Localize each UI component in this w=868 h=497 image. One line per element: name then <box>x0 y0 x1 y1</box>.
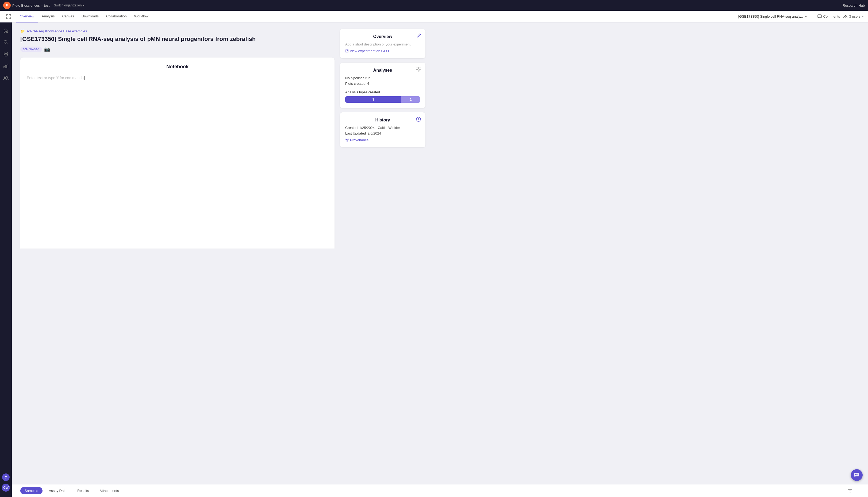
left-panel: 📁 scRNA-seq Knowledge Base examples [GSE… <box>20 29 334 248</box>
sidebar-search-icon[interactable] <box>1 38 11 47</box>
breadcrumb: 📁 scRNA-seq Knowledge Base examples <box>20 29 334 33</box>
overview-card: Overview Add a short description of your… <box>340 29 425 58</box>
tab-downloads[interactable]: Downloads <box>78 11 102 23</box>
org-name: Pluto Biosciences -- test <box>12 3 49 8</box>
notebook-title: Notebook <box>27 64 328 70</box>
right-panel: Overview Add a short description of your… <box>340 29 425 248</box>
updated-value: 9/6/2024 <box>367 131 381 136</box>
pluto-logo-icon: P <box>3 2 11 9</box>
notebook-placeholder: Enter text or type '/' for commands <box>27 76 84 80</box>
no-pipelines-text: No pipelines run <box>345 76 370 80</box>
updated-label: Last Updated <box>345 131 366 136</box>
grid-icon[interactable] <box>4 12 13 21</box>
overview-description: Add a short description of your experime… <box>345 42 420 46</box>
svg-rect-2 <box>6 14 8 16</box>
tab-analysis[interactable]: Analysis <box>38 11 58 23</box>
created-row: Created 1/25/2024 - Caitlin Winkler <box>345 126 420 130</box>
notebook-card: Notebook Enter text or type '/' for comm… <box>20 57 334 248</box>
svg-rect-16 <box>416 67 418 69</box>
sidebar-users-icon[interactable] <box>1 73 11 82</box>
svg-point-10 <box>4 52 8 54</box>
analysis-types-bar: 3 1 <box>345 96 420 103</box>
svg-point-21 <box>346 139 346 139</box>
breadcrumb-text[interactable]: scRNA-seq Knowledge Base examples <box>27 29 87 33</box>
sidebar-home-icon[interactable] <box>1 26 11 35</box>
created-label: Created <box>345 126 358 130</box>
sidebar-database-icon[interactable] <box>1 49 11 59</box>
bar-segment-2: 1 <box>401 96 420 103</box>
svg-rect-5 <box>9 17 11 19</box>
navbar: Overview Analysis Canvas Downloads Colla… <box>0 11 434 23</box>
tags-row: scRNA-seq 📷 <box>20 46 334 52</box>
sidebar-chart-icon[interactable] <box>1 61 11 71</box>
svg-point-15 <box>7 76 8 77</box>
svg-text:P: P <box>6 4 8 7</box>
svg-rect-13 <box>7 64 8 68</box>
history-card: History Created 1/25/2024 - Caitlin Wink… <box>340 112 425 147</box>
edit-icon[interactable] <box>416 33 421 38</box>
svg-point-14 <box>4 76 6 78</box>
svg-point-22 <box>348 139 349 139</box>
analysis-types-label: Analysis types created <box>345 90 420 94</box>
svg-rect-4 <box>6 17 8 19</box>
analyses-card-title: Analyses <box>345 68 420 73</box>
svg-rect-11 <box>4 66 5 68</box>
svg-rect-18 <box>416 70 418 72</box>
view-geo-link[interactable]: View experiment on GEO <box>345 49 420 53</box>
history-card-title: History <box>345 118 420 123</box>
svg-point-9 <box>4 40 7 43</box>
bar-segment-1: 3 <box>345 96 401 103</box>
analyses-divider <box>345 88 420 88</box>
scrna-seq-tag[interactable]: scRNA-seq <box>20 46 42 52</box>
plots-created-row: Plots created 4 <box>345 82 420 86</box>
overview-card-title: Overview <box>345 34 420 39</box>
svg-point-23 <box>347 141 348 142</box>
tab-workflow[interactable]: Workflow <box>130 11 152 23</box>
svg-rect-12 <box>5 65 6 68</box>
tab-overview[interactable]: Overview <box>16 11 38 23</box>
svg-rect-17 <box>419 67 421 69</box>
updated-row: Last Updated 9/6/2024 <box>345 131 420 136</box>
svg-rect-3 <box>9 14 11 16</box>
camera-icon[interactable]: 📷 <box>44 46 50 52</box>
chevron-down-icon: ▾ <box>83 3 85 7</box>
tab-canvas[interactable]: Canvas <box>59 11 78 23</box>
topbar: P Pluto Biosciences -- test Switch organ… <box>0 0 434 11</box>
no-pipelines-row: No pipelines run <box>345 76 420 80</box>
page-title: [GSE173350] Single cell RNA-seq analysis… <box>20 35 334 43</box>
tab-collaboration[interactable]: Collaboration <box>102 11 130 23</box>
switch-org-button[interactable]: Switch organization ▾ <box>54 3 84 7</box>
provenance-link[interactable]: Provenance <box>345 138 420 142</box>
analyses-icon[interactable] <box>416 67 421 72</box>
plots-value: 4 <box>367 82 369 86</box>
left-sidebar: ? CW <box>0 23 12 248</box>
folder-icon: 📁 <box>20 29 25 33</box>
analyses-card: Analyses No pipelines run Plots created … <box>340 62 425 108</box>
history-clock-icon[interactable] <box>416 117 421 122</box>
plots-label: Plots created <box>345 82 365 86</box>
main-content: 📁 scRNA-seq Knowledge Base examples [GSE… <box>12 23 434 248</box>
created-value: 1/25/2024 - Caitlin Winkler <box>359 126 400 130</box>
notebook-editor[interactable]: Enter text or type '/' for commands <box>27 75 328 81</box>
logo[interactable]: P Pluto Biosciences -- test <box>3 2 49 9</box>
provenance-text: Provenance <box>350 138 368 142</box>
